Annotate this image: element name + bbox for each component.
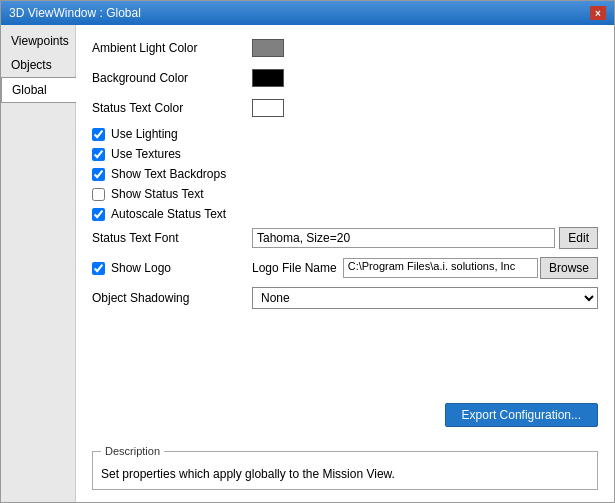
use-lighting-row: Use Lighting	[92, 127, 598, 141]
logo-file-section: Logo File Name C:\Program Files\a.i. sol…	[252, 257, 598, 279]
autoscale-status-text-checkbox[interactable]	[92, 208, 105, 221]
status-text-font-row: Status Text Font Tahoma, Size=20 Edit	[92, 227, 598, 249]
show-status-text-checkbox[interactable]	[92, 188, 105, 201]
use-textures-label: Use Textures	[111, 147, 181, 161]
use-textures-row: Use Textures	[92, 147, 598, 161]
use-lighting-label: Use Lighting	[111, 127, 178, 141]
show-status-text-label: Show Status Text	[111, 187, 204, 201]
background-color-swatch[interactable]	[252, 69, 284, 87]
description-title: Description	[101, 445, 164, 457]
object-shadowing-label: Object Shadowing	[92, 291, 252, 305]
main-window: 3D ViewWindow : Global × Viewpoints Obje…	[0, 0, 615, 503]
autoscale-status-text-row: Autoscale Status Text	[92, 207, 598, 221]
logo-file-name-label: Logo File Name	[252, 261, 337, 275]
background-color-row: Background Color	[92, 67, 598, 89]
edit-font-button[interactable]: Edit	[559, 227, 598, 249]
show-status-text-row: Show Status Text	[92, 187, 598, 201]
logo-file-value: C:\Program Files\a.i. solutions, Inc	[348, 260, 516, 272]
sidebar-item-viewpoints[interactable]: Viewpoints	[1, 29, 75, 53]
show-logo-checkbox-part: Show Logo	[92, 261, 252, 275]
object-shadowing-select[interactable]: None Low Medium High	[252, 287, 598, 309]
autoscale-status-text-label: Autoscale Status Text	[111, 207, 226, 221]
logo-file-input: C:\Program Files\a.i. solutions, Inc	[343, 258, 538, 278]
sidebar-item-global[interactable]: Global	[1, 77, 76, 103]
show-text-backdrops-checkbox[interactable]	[92, 168, 105, 181]
status-text-font-label: Status Text Font	[92, 231, 252, 245]
description-group: Description Set properties which apply g…	[92, 445, 598, 490]
status-text-font-display: Tahoma, Size=20	[252, 228, 555, 248]
export-row: Export Configuration...	[92, 403, 598, 427]
description-text: Set properties which apply globally to t…	[101, 467, 395, 481]
export-configuration-button[interactable]: Export Configuration...	[445, 403, 598, 427]
sidebar-item-objects[interactable]: Objects	[1, 53, 75, 77]
show-logo-checkbox[interactable]	[92, 262, 105, 275]
window-title: 3D ViewWindow : Global	[9, 6, 141, 20]
ambient-light-color-row: Ambient Light Color	[92, 37, 598, 59]
object-shadowing-row: Object Shadowing None Low Medium High	[92, 287, 598, 309]
close-button[interactable]: ×	[590, 6, 606, 20]
show-text-backdrops-row: Show Text Backdrops	[92, 167, 598, 181]
sidebar: Viewpoints Objects Global	[1, 25, 76, 502]
show-text-backdrops-label: Show Text Backdrops	[111, 167, 226, 181]
content-area: Viewpoints Objects Global Ambient Light …	[1, 25, 614, 502]
browse-button[interactable]: Browse	[540, 257, 598, 279]
ambient-light-color-swatch[interactable]	[252, 39, 284, 57]
status-text-color-swatch[interactable]	[252, 99, 284, 117]
ambient-light-color-label: Ambient Light Color	[92, 41, 252, 55]
status-text-color-row: Status Text Color	[92, 97, 598, 119]
show-logo-label: Show Logo	[111, 261, 171, 275]
background-color-label: Background Color	[92, 71, 252, 85]
main-panel: Ambient Light Color Background Color Sta…	[76, 25, 614, 502]
use-textures-checkbox[interactable]	[92, 148, 105, 161]
show-logo-row: Show Logo Logo File Name C:\Program File…	[92, 257, 598, 279]
use-lighting-checkbox[interactable]	[92, 128, 105, 141]
status-text-font-value: Tahoma, Size=20	[257, 231, 350, 245]
status-text-color-label: Status Text Color	[92, 101, 252, 115]
title-bar: 3D ViewWindow : Global ×	[1, 1, 614, 25]
